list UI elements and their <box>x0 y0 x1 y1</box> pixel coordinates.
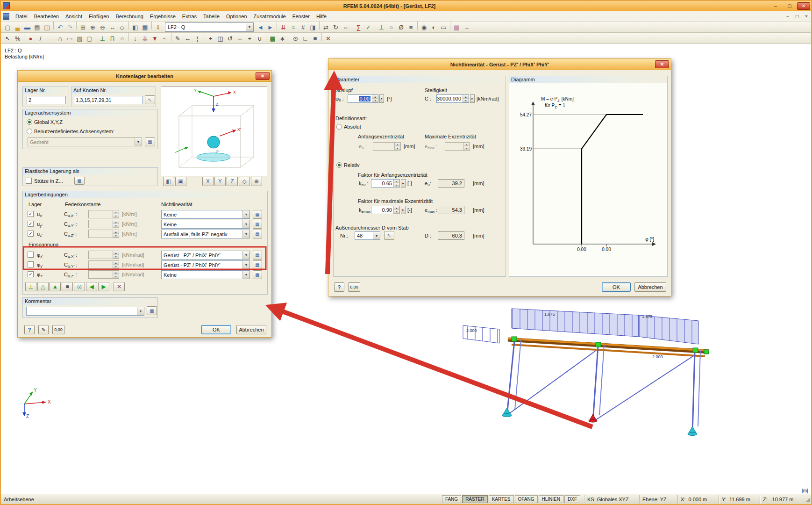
insert-line-support-icon[interactable]: Π <box>107 34 117 43</box>
radio-user-axes[interactable] <box>27 129 32 134</box>
edit-column-button[interactable]: ▦ <box>74 177 85 185</box>
status-toggle-dxf[interactable]: DXF <box>564 495 580 503</box>
chevron-down-icon[interactable]: ▼ <box>242 230 249 238</box>
edit-nonlinearity-button-phiz[interactable]: ▦ <box>253 270 262 279</box>
new-file-icon[interactable]: ▢ <box>3 23 13 32</box>
mirror-icon[interactable]: ⇔ <box>341 23 350 32</box>
chevron-down-icon[interactable]: ▼ <box>242 271 249 279</box>
chevron-down-icon[interactable]: ▼ <box>137 307 144 315</box>
preview-isometric-icon[interactable]: ◇ <box>239 177 250 186</box>
save-icon[interactable]: ▬ <box>22 23 32 32</box>
nonlinearity-select-uy[interactable]: Keine▼ <box>161 220 250 229</box>
ok-button[interactable]: OK <box>602 282 631 292</box>
calculate-icon[interactable]: ∑ <box>354 23 363 32</box>
spin-detail-button[interactable]: ▸ <box>401 179 406 188</box>
status-toggle-raster[interactable]: RASTER <box>462 495 488 503</box>
move-icon[interactable]: + <box>206 34 215 43</box>
chevron-down-icon[interactable]: ▼ <box>373 232 380 239</box>
kemax-field[interactable]: 0.90 ▲▼ <box>371 206 400 214</box>
support-preset-delete-icon[interactable]: ✕ <box>114 282 125 291</box>
isometric-view-icon[interactable]: ◇ <box>117 23 127 32</box>
load-case-select[interactable]: LF2 - Q ▼ <box>165 22 254 32</box>
edit-nonlinearity-button-uy[interactable]: ▦ <box>253 220 262 229</box>
divide-icon[interactable]: ÷ <box>245 34 255 43</box>
menu-datei[interactable]: Datei <box>12 12 31 21</box>
copy-picture-icon[interactable]: ◫ <box>42 23 52 32</box>
edit-nonlinearity-button-phiy[interactable]: ▦ <box>253 260 262 269</box>
redo-icon[interactable]: ↷ <box>65 23 75 32</box>
comment-templates-button[interactable]: ▦ <box>147 306 157 315</box>
support-preset-cone-icon[interactable]: ◀ <box>86 282 97 291</box>
nonlinearity-select-ux[interactable]: Keine▼ <box>161 210 250 219</box>
new-member-icon[interactable]: ― <box>45 34 55 43</box>
member-number-select[interactable]: 48 ▼ <box>355 231 380 240</box>
menu-berechnung[interactable]: Berechnung <box>112 12 146 21</box>
checkbox-uz[interactable]: ✓ <box>28 231 34 237</box>
member-hinge-icon[interactable]: ○ <box>386 23 396 32</box>
zoom-out-icon[interactable]: ⊖ <box>98 23 107 32</box>
edit-axis-system-button[interactable]: ▦ <box>145 137 155 146</box>
checkbox-phix[interactable] <box>28 252 34 258</box>
nodal-load-icon[interactable]: ↓ <box>130 34 140 43</box>
chevron-down-icon[interactable]: ▼ <box>246 23 253 31</box>
pick-member-button[interactable]: ↖ <box>384 231 394 240</box>
pan-view-icon[interactable]: ↔ <box>107 23 117 32</box>
menu-optionen[interactable]: Optionen <box>223 12 250 21</box>
show-results-icon[interactable]: ≈ <box>288 23 298 32</box>
new-solid-icon[interactable]: ▧ <box>75 34 85 43</box>
support-preset-roller-x-icon[interactable]: △ <box>37 282 49 291</box>
dimension-tool-icon[interactable]: ↔ <box>183 34 192 43</box>
node-numbers-field[interactable]: 1,3,15,17,29,31 <box>74 96 143 104</box>
spin-buttons[interactable]: ▲▼ <box>393 206 399 214</box>
new-opening-icon[interactable]: ▢ <box>85 34 94 43</box>
nonlinearity-select-uz[interactable]: Ausfall alle, falls PZ' negativ▼ <box>161 230 250 238</box>
dimension-icon[interactable]: ≡ <box>406 23 416 32</box>
preview-rotate-x-icon[interactable]: X <box>202 177 214 186</box>
spin-up-icon[interactable]: ▲ <box>394 180 399 183</box>
edit-nonlinearity-button-ux[interactable]: ▦ <box>253 210 262 219</box>
insert-member-hinge-icon[interactable]: ○ <box>117 34 127 43</box>
mesh-settings-icon[interactable]: ∗ <box>278 34 287 43</box>
radio-relativ[interactable] <box>336 162 342 168</box>
support-preset-fixed-icon[interactable]: ■ <box>62 282 73 291</box>
status-toggle-ofang[interactable]: OFANG <box>515 495 538 503</box>
units-decimal-button[interactable]: 0,00 <box>52 325 64 334</box>
control-panel-icon[interactable]: ◨ <box>308 23 318 32</box>
ortho-icon[interactable]: ∟ <box>300 34 310 43</box>
project-navigator-icon[interactable]: ◧ <box>130 23 140 32</box>
menu-zusatzmodule[interactable]: Zusatzmodule <box>250 12 289 21</box>
comment-select[interactable]: ▼ <box>26 307 144 316</box>
export-icon[interactable]: → <box>462 23 471 32</box>
spin-detail-button[interactable]: ▸ <box>379 94 384 103</box>
visibility-icon[interactable]: ◉ <box>419 23 429 32</box>
menu-ansicht[interactable]: Ansicht <box>62 12 85 21</box>
member-load-icon[interactable]: ⇊ <box>140 34 150 43</box>
mdi-minimize-button[interactable]: – <box>783 13 792 20</box>
undo-icon[interactable]: ↶ <box>55 23 65 32</box>
spin-down-icon[interactable]: ▼ <box>394 183 399 187</box>
zoom-window-icon[interactable]: ⊞ <box>78 23 88 32</box>
spin-buttons[interactable]: ▲▼ <box>372 95 378 102</box>
help-button[interactable]: ? <box>24 325 35 334</box>
imperfection-icon[interactable]: ~ <box>160 34 170 43</box>
zoom-in-icon[interactable]: ⊕ <box>88 23 98 32</box>
spin-detail-button[interactable]: ▸ <box>470 94 475 103</box>
menu-tabelle[interactable]: Tabelle <box>200 12 223 21</box>
close-button[interactable]: ✕ <box>797 2 810 10</box>
spin-down-icon[interactable]: ▼ <box>463 99 469 102</box>
work-plane-icon[interactable]: ▭ <box>439 23 449 32</box>
nonlinearity-select-phix[interactable]: Gerüst - PZ' / PhiX' PhiY'▼ <box>161 251 250 260</box>
chevron-down-icon[interactable]: ▼ <box>242 251 249 259</box>
pick-nodes-button[interactable]: ↖ <box>145 95 155 104</box>
close-icon[interactable]: ✕ <box>256 72 270 80</box>
checkbox-ux[interactable]: ✓ <box>28 211 34 217</box>
layers-icon[interactable]: ≡ <box>310 34 320 43</box>
slip-field[interactable]: 0.00 ▲▼ <box>348 94 378 103</box>
new-line-icon[interactable]: / <box>36 34 45 43</box>
rotate-icon[interactable]: ↺ <box>225 34 235 43</box>
dialog-nichtlinearitaet-title[interactable]: Nichtlinearität - Gerüst - PZ' / PhiX' P… <box>328 59 671 70</box>
result-values-icon[interactable]: # <box>298 23 308 32</box>
copy-icon[interactable]: ◫ <box>215 34 225 43</box>
mirror-tool-icon[interactable]: ⇔ <box>235 34 245 43</box>
spin-buttons[interactable]: ▲▼ <box>463 95 469 102</box>
